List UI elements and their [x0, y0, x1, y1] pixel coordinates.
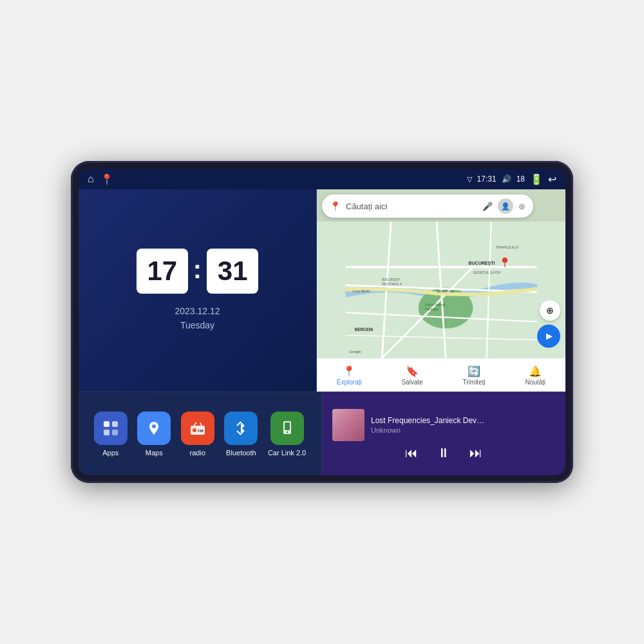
apps-grid-icon	[102, 419, 120, 437]
maps-label: Maps	[146, 449, 163, 457]
volume-icon: 🔊	[502, 175, 511, 184]
apps-label: Apps	[102, 449, 118, 457]
clock-day-value: Tuesday	[175, 318, 220, 332]
svg-text:Parcul Natural: Parcul Natural	[425, 303, 445, 307]
svg-line-32	[200, 422, 202, 426]
app-item-maps[interactable]: Maps	[137, 412, 171, 457]
map-bottom-nav: 📍 Explorați 🔖 Salvate 🔄 Trimiteți 🔔 Nout…	[317, 358, 565, 392]
clock-hours: 17	[137, 249, 188, 294]
map-panel[interactable]: BUCUREȘTI JUDEȚUL ILFOV TRAPEZULUI BERCE…	[317, 189, 565, 392]
clock-date-value: 2023.12.12	[175, 304, 220, 318]
svg-line-31	[194, 422, 196, 426]
svg-rect-25	[104, 430, 109, 435]
volume-level: 18	[516, 175, 525, 184]
svg-text:JUDEȚUL ILFOV: JUDEȚUL ILFOV	[473, 270, 500, 274]
map-nav-send-label: Trimiteți	[463, 379, 486, 386]
music-artist: Unknown	[371, 426, 555, 434]
send-icon: 🔄	[468, 365, 480, 377]
bluetooth-symbol-icon	[232, 419, 250, 437]
map-search-text[interactable]: Căutați aici	[346, 202, 477, 211]
app-item-radio[interactable]: FM radio	[181, 412, 214, 457]
music-play-pause-button[interactable]: ⏸	[437, 446, 450, 459]
svg-text:Splaiul Unirii: Splaiul Unirii	[437, 290, 454, 293]
svg-rect-36	[285, 422, 290, 430]
map-pin-icon[interactable]: 📍	[100, 173, 113, 185]
apps-icon	[94, 412, 128, 445]
map-background: BUCUREȘTI JUDEȚUL ILFOV TRAPEZULUI BERCE…	[317, 222, 565, 358]
map-nav-saved[interactable]: 🔖 Salvate	[401, 365, 422, 386]
svg-text:Văcărești: Văcărești	[425, 308, 439, 311]
music-thumbnail	[332, 409, 365, 441]
bottom-row: Apps Maps	[79, 392, 565, 475]
maps-app-icon	[137, 412, 171, 445]
svg-line-34	[237, 422, 241, 426]
music-thumbnail-image	[332, 409, 365, 441]
svg-text:BERCENI: BERCENI	[355, 327, 374, 332]
music-prev-button[interactable]: ⏮	[405, 446, 418, 459]
carlink-label: Car Link 2.0	[268, 449, 306, 457]
clock-panel: 17 : 31 2023.12.12 Tuesday	[79, 189, 317, 392]
clock-display: 17 : 31	[137, 249, 258, 294]
music-controls: ⏮ ⏸ ⏭	[332, 446, 555, 459]
svg-text:Google: Google	[349, 350, 361, 354]
radio-fm-icon: FM	[189, 419, 207, 437]
svg-point-20	[502, 258, 507, 263]
svg-line-33	[237, 431, 241, 435]
battery-icon: 🔋	[530, 173, 543, 185]
news-icon: 🔔	[529, 365, 542, 377]
music-text: Lost Frequencies_Janieck Devy-... Unknow…	[371, 416, 555, 434]
carlink-icon	[270, 412, 304, 445]
map-svg: BUCUREȘTI JUDEȚUL ILFOV TRAPEZULUI BERCE…	[317, 222, 565, 358]
music-player: Lost Frequencies_Janieck Devy-... Unknow…	[322, 392, 565, 475]
bluetooth-label: Bluetooth	[226, 449, 256, 457]
app-item-carlink[interactable]: Car Link 2.0	[268, 412, 306, 457]
device: ⌂ 📍 ▽ 17:31 🔊 18 🔋 ↩ 17 : 31	[71, 161, 573, 483]
back-icon[interactable]: ↩	[548, 173, 556, 185]
app-item-apps[interactable]: Apps	[94, 412, 128, 457]
app-shortcuts: Apps Maps	[79, 392, 322, 475]
status-bar-left: ⌂ 📍	[88, 173, 113, 185]
radio-label: radio	[190, 449, 205, 457]
map-nav-explore-label: Explorați	[337, 379, 362, 386]
svg-text:BUCUREȘTI: BUCUREȘTI	[468, 261, 495, 266]
svg-point-37	[286, 431, 288, 433]
svg-point-27	[152, 424, 156, 428]
svg-rect-23	[104, 421, 109, 427]
status-bar: ⌂ 📍 ▽ 17:31 🔊 18 🔋 ↩	[79, 169, 565, 189]
svg-point-29	[193, 428, 196, 432]
radio-icon: FM	[181, 412, 214, 445]
svg-text:TRAPEZULUI: TRAPEZULUI	[496, 245, 519, 249]
map-compass-icon[interactable]: ⊕	[518, 202, 526, 211]
music-title: Lost Frequencies_Janieck Devy-...	[371, 416, 487, 425]
saved-icon: 🔖	[406, 365, 419, 377]
map-nav-explore[interactable]: 📍 Explorați	[337, 365, 362, 386]
bluetooth-app-icon	[224, 412, 258, 445]
svg-text:SECTORUL 4: SECTORUL 4	[382, 283, 402, 286]
signal-icon: ▽	[467, 175, 472, 184]
map-mic-icon[interactable]: 🎤	[482, 202, 493, 211]
svg-text:BUCUREȘTI: BUCUREȘTI	[382, 278, 401, 281]
explore-icon: 📍	[343, 365, 355, 377]
svg-text:FM: FM	[198, 429, 204, 433]
map-user-avatar[interactable]: 👤	[498, 198, 513, 214]
svg-text:Leroy Merlin: Leroy Merlin	[352, 290, 370, 293]
map-nav-send[interactable]: 🔄 Trimiteți	[463, 365, 486, 386]
status-time: 17:31	[477, 175, 497, 184]
clock-minutes: 31	[207, 249, 258, 294]
music-next-button[interactable]: ⏭	[469, 446, 482, 459]
svg-rect-24	[112, 421, 118, 427]
map-nav-news[interactable]: 🔔 Noutăți	[525, 365, 545, 386]
clock-date: 2023.12.12 Tuesday	[175, 304, 220, 333]
device-screen: ⌂ 📍 ▽ 17:31 🔊 18 🔋 ↩ 17 : 31	[79, 169, 565, 475]
map-search-bar[interactable]: 📍 Căutați aici 🎤 👤 ⊕	[322, 194, 533, 218]
maps-pin-icon	[145, 419, 163, 437]
status-bar-right: ▽ 17:31 🔊 18 🔋 ↩	[467, 173, 556, 185]
map-nav-news-label: Noutăți	[525, 379, 545, 386]
app-item-bluetooth[interactable]: Bluetooth	[224, 412, 258, 457]
map-location-button[interactable]: ⊕	[540, 300, 560, 321]
map-navigate-button[interactable]: ▶	[537, 325, 560, 348]
svg-rect-26	[112, 430, 118, 435]
map-nav-saved-label: Salvate	[401, 379, 422, 386]
home-icon[interactable]: ⌂	[88, 173, 94, 185]
music-info-row: Lost Frequencies_Janieck Devy-... Unknow…	[332, 409, 555, 441]
